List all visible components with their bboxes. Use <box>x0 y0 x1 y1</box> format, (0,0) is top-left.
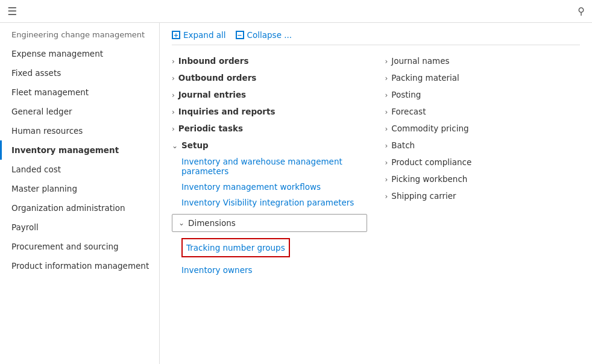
sidebar-item-label: Master planning <box>11 184 77 193</box>
tracking-number-groups-box: Tracking number groups <box>181 238 290 257</box>
sidebar-item-label: Inventory management <box>11 145 119 155</box>
inventory-owners-link[interactable]: Inventory owners <box>181 262 367 278</box>
menu-item-setup[interactable]: ⌄ Setup <box>172 137 367 154</box>
menu-item-label: Inbound orders <box>178 56 249 66</box>
chevron-down-icon: ⌄ <box>178 219 184 227</box>
menu-item-journal-entries[interactable]: › Journal entries <box>172 86 367 103</box>
top-bar: ☰ ⚲ <box>0 0 592 23</box>
menu-item-label: Outbound orders <box>178 73 257 83</box>
setup-sub-links: Inventory and warehouse management param… <box>181 154 367 210</box>
menu-item-label: Packing material <box>391 73 459 83</box>
menu-item-posting[interactable]: › Posting <box>385 86 581 103</box>
chevron-down-icon: ⌄ <box>172 142 178 150</box>
chevron-right-icon: › <box>385 158 388 167</box>
menu-item-label: Posting <box>391 90 421 99</box>
sidebar-item-label: Expense management <box>11 49 103 58</box>
expand-icon: + <box>172 31 180 39</box>
sidebar-item-label: Landed cost <box>11 165 61 174</box>
expand-all-label: Expand all <box>183 30 226 40</box>
menu-item-product-compliance[interactable]: › Product compliance <box>385 154 581 171</box>
setup-link-1[interactable]: Inventory management workflows <box>181 179 367 195</box>
sidebar-item-label: Organization administration <box>11 203 125 213</box>
sidebar-item-engineering-change[interactable]: Engineering change management <box>0 25 159 44</box>
sidebar-item-organization-admin[interactable]: Organization administration <box>0 198 159 218</box>
menu-item-label: Product compliance <box>391 157 471 167</box>
collapse-button[interactable]: − Collapse ... <box>236 30 292 40</box>
sidebar-item-master-planning[interactable]: Master planning <box>0 179 159 198</box>
sidebar-item-expense-management[interactable]: Expense management <box>0 44 159 63</box>
sidebar-item-landed-cost[interactable]: Landed cost <box>0 160 159 179</box>
menu-item-label: Setup <box>181 140 209 150</box>
chevron-right-icon: › <box>172 91 175 99</box>
sidebar-item-label: Procurement and sourcing <box>11 242 119 251</box>
chevron-right-icon: › <box>385 57 388 66</box>
menu-item-label: Forecast <box>391 107 426 116</box>
dimensions-box[interactable]: ⌄ Dimensions <box>172 214 367 232</box>
collapse-label: Collapse ... <box>247 30 292 40</box>
chevron-right-icon: › <box>172 57 175 66</box>
hamburger-icon[interactable]: ☰ <box>7 5 17 17</box>
content-area: + Expand all − Collapse ... › Inbound or… <box>160 23 592 364</box>
main-content: Engineering change management Expense ma… <box>0 23 592 364</box>
chevron-right-icon: › <box>172 108 175 116</box>
collapse-icon: − <box>236 31 244 39</box>
pin-icon[interactable]: ⚲ <box>578 5 585 17</box>
sidebar-item-label: Payroll <box>11 222 39 232</box>
sidebar-item-inventory-management[interactable]: Inventory management <box>0 140 159 160</box>
sidebar-item-human-resources[interactable]: Human resources <box>0 121 159 140</box>
menu-item-periodic-tasks[interactable]: › Periodic tasks <box>172 120 367 137</box>
chevron-right-icon: › <box>385 74 388 83</box>
two-column-layout: › Inbound orders › Outbound orders › Jou… <box>172 52 580 357</box>
sidebar-item-label: Product information management <box>11 261 149 271</box>
chevron-right-icon: › <box>172 125 175 133</box>
expand-all-button[interactable]: + Expand all <box>172 30 226 40</box>
sidebar-item-label: Fixed assets <box>11 68 61 78</box>
sidebar-item-product-info[interactable]: Product information management <box>0 256 159 275</box>
menu-item-label: Journal entries <box>178 90 246 99</box>
menu-item-inquiries-reports[interactable]: › Inquiries and reports <box>172 103 367 120</box>
left-column: › Inbound orders › Outbound orders › Jou… <box>172 52 379 357</box>
chevron-right-icon: › <box>385 91 388 99</box>
menu-item-label: Picking workbench <box>391 174 467 184</box>
menu-item-label: Batch <box>391 140 415 150</box>
sidebar-item-fleet-management[interactable]: Fleet management <box>0 83 159 102</box>
dimensions-items: Tracking number groups Inventory owners <box>181 236 367 278</box>
chevron-right-icon: › <box>385 142 388 150</box>
setup-link-2[interactable]: Inventory Visibility integration paramet… <box>181 195 367 210</box>
setup-link-0[interactable]: Inventory and warehouse management param… <box>181 154 367 179</box>
sidebar-item-label: Engineering change management <box>11 30 145 39</box>
right-column: › Journal names › Packing material › Pos… <box>379 52 581 357</box>
chevron-right-icon: › <box>385 175 388 184</box>
menu-item-inbound-orders[interactable]: › Inbound orders <box>172 52 367 69</box>
chevron-right-icon: › <box>172 74 175 83</box>
menu-item-picking-workbench[interactable]: › Picking workbench <box>385 171 581 187</box>
menu-item-label: Journal names <box>391 56 449 66</box>
chevron-right-icon: › <box>385 108 388 116</box>
sidebar-item-procurement-sourcing[interactable]: Procurement and sourcing <box>0 237 159 256</box>
sidebar: Engineering change management Expense ma… <box>0 23 160 364</box>
menu-item-batch[interactable]: › Batch <box>385 137 581 154</box>
menu-item-outbound-orders[interactable]: › Outbound orders <box>172 69 367 86</box>
menu-item-label: Shipping carrier <box>391 191 456 201</box>
tracking-number-groups-link[interactable]: Tracking number groups <box>186 240 285 255</box>
sidebar-item-payroll[interactable]: Payroll <box>0 218 159 237</box>
menu-item-shipping-carrier[interactable]: › Shipping carrier <box>385 187 581 204</box>
sidebar-item-fixed-assets[interactable]: Fixed assets <box>0 63 159 83</box>
menu-item-forecast[interactable]: › Forecast <box>385 103 581 120</box>
sidebar-item-label: General ledger <box>11 107 72 116</box>
menu-item-commodity-pricing[interactable]: › Commodity pricing <box>385 120 581 137</box>
menu-item-packing-material[interactable]: › Packing material <box>385 69 581 86</box>
sidebar-item-label: Human resources <box>11 126 83 136</box>
menu-item-label: Inquiries and reports <box>178 107 276 116</box>
menu-item-label: Commodity pricing <box>391 124 468 133</box>
chevron-right-icon: › <box>385 125 388 133</box>
sidebar-item-label: Fleet management <box>11 87 89 97</box>
menu-item-journal-names[interactable]: › Journal names <box>385 52 581 69</box>
sidebar-item-general-ledger[interactable]: General ledger <box>0 102 159 121</box>
toolbar: + Expand all − Collapse ... <box>172 30 580 45</box>
dimensions-label: Dimensions <box>188 218 236 228</box>
chevron-right-icon: › <box>385 192 388 201</box>
menu-item-label: Periodic tasks <box>178 124 243 133</box>
